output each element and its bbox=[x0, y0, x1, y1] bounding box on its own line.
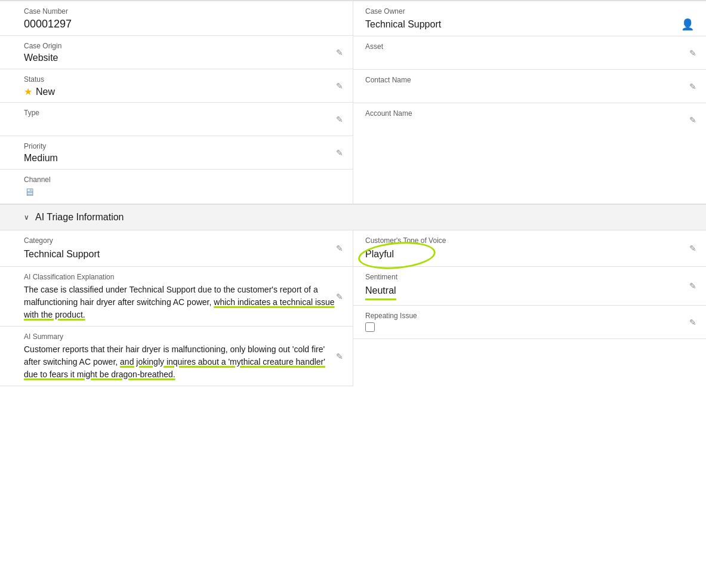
tone-edit-icon[interactable]: ✎ bbox=[689, 244, 696, 253]
category-edit-icon[interactable]: ✎ bbox=[336, 244, 343, 253]
ai-summary-value: Customer reports that their hair dryer i… bbox=[24, 343, 341, 381]
category-field: Category Technical Support ✎ bbox=[0, 230, 353, 267]
ai-classification-field: AI Classification Explanation The case i… bbox=[0, 267, 353, 327]
main-section: Case Number 00001297 Case Origin Website… bbox=[0, 1, 706, 204]
status-value: New bbox=[36, 87, 55, 97]
ai-classification-label: AI Classification Explanation bbox=[24, 273, 341, 281]
case-number-value: 00001297 bbox=[24, 18, 341, 30]
case-owner-person-icon: 👤 bbox=[681, 18, 694, 31]
case-number-field: Case Number 00001297 bbox=[0, 1, 353, 36]
account-name-edit-icon[interactable]: ✎ bbox=[689, 115, 696, 125]
case-owner-label: Case Owner bbox=[365, 7, 694, 16]
status-edit-icon[interactable]: ✎ bbox=[336, 81, 343, 91]
repeating-issue-edit-icon[interactable]: ✎ bbox=[689, 318, 696, 327]
ai-triage-chevron-icon: ∨ bbox=[24, 213, 29, 221]
case-origin-field: Case Origin Website ✎ bbox=[0, 36, 353, 69]
ai-classification-value: The case is classified under Technical S… bbox=[24, 284, 341, 321]
sentiment-edit-icon[interactable]: ✎ bbox=[689, 281, 696, 291]
priority-value: Medium bbox=[24, 153, 341, 164]
contact-name-edit-icon[interactable]: ✎ bbox=[689, 82, 696, 91]
sentiment-label: Sentiment bbox=[365, 273, 694, 281]
ai-left-column: Category Technical Support ✎ AI Classifi… bbox=[0, 230, 353, 386]
type-edit-icon[interactable]: ✎ bbox=[336, 115, 343, 124]
priority-label: Priority bbox=[24, 142, 341, 150]
repeating-issue-checkbox[interactable] bbox=[365, 322, 375, 332]
tone-of-voice-field: Customer's Tone of Voice Playful ✎ bbox=[353, 230, 706, 267]
page: Case Number 00001297 Case Origin Website… bbox=[0, 0, 706, 588]
contact-name-label: Contact Name bbox=[365, 76, 694, 84]
case-owner-field: Case Owner Technical Support 👤 bbox=[353, 1, 706, 36]
category-label: Category bbox=[24, 236, 341, 245]
case-number-label: Case Number bbox=[24, 7, 341, 16]
repeating-issue-field: Repeating Issue ✎ bbox=[353, 306, 706, 339]
ai-right-column: Customer's Tone of Voice Playful ✎ Senti… bbox=[353, 230, 706, 386]
ai-triage-section: Category Technical Support ✎ AI Classifi… bbox=[0, 230, 706, 386]
category-value: Technical Support bbox=[24, 247, 341, 261]
case-origin-edit-icon[interactable]: ✎ bbox=[336, 48, 343, 57]
ai-triage-title: AI Triage Information bbox=[35, 212, 124, 223]
repeating-issue-label: Repeating Issue bbox=[365, 312, 694, 320]
sentiment-field: Sentiment Neutral ✎ bbox=[353, 267, 706, 306]
ai-triage-header[interactable]: ∨ AI Triage Information bbox=[0, 204, 706, 230]
tone-of-voice-label: Customer's Tone of Voice bbox=[365, 236, 694, 245]
type-label: Type bbox=[24, 109, 341, 117]
account-name-field: Account Name ✎ bbox=[353, 103, 706, 137]
ai-summary-edit-icon[interactable]: ✎ bbox=[336, 352, 343, 361]
ai-summary-field: AI Summary Customer reports that their h… bbox=[0, 327, 353, 386]
right-column: Case Owner Technical Support 👤 Asset ✎ C… bbox=[353, 1, 706, 204]
sentiment-value-text: Neutral bbox=[365, 284, 396, 300]
ai-summary-label: AI Summary bbox=[24, 333, 341, 341]
channel-monitor-icon: 🖥 bbox=[24, 186, 341, 199]
channel-label: Channel bbox=[24, 176, 341, 184]
case-owner-value: Technical Support bbox=[365, 19, 441, 30]
priority-edit-icon[interactable]: ✎ bbox=[336, 148, 343, 158]
asset-label: Asset bbox=[365, 42, 694, 51]
status-field: Status ★ New ✎ bbox=[0, 69, 353, 103]
case-owner-row: Technical Support 👤 bbox=[365, 18, 694, 31]
status-label: Status bbox=[24, 75, 341, 84]
account-name-label: Account Name bbox=[365, 109, 694, 118]
priority-field: Priority Medium ✎ bbox=[0, 136, 353, 170]
tone-of-voice-value: Playful bbox=[365, 247, 694, 261]
playful-value: Playful bbox=[365, 249, 394, 259]
contact-name-field: Contact Name ✎ bbox=[353, 70, 706, 103]
type-field: Type ✎ bbox=[0, 103, 353, 136]
asset-field: Asset ✎ bbox=[353, 36, 706, 70]
status-row: ★ New bbox=[24, 86, 341, 97]
channel-field: Channel 🖥 bbox=[0, 170, 353, 204]
asset-edit-icon[interactable]: ✎ bbox=[689, 48, 696, 58]
sentiment-value: Neutral bbox=[365, 284, 694, 300]
repeating-issue-checkbox-area bbox=[365, 322, 694, 332]
left-column: Case Number 00001297 Case Origin Website… bbox=[0, 1, 353, 204]
status-star-icon: ★ bbox=[24, 86, 32, 97]
case-origin-label: Case Origin bbox=[24, 42, 341, 50]
case-origin-value: Website bbox=[24, 53, 341, 63]
ai-classification-edit-icon[interactable]: ✎ bbox=[336, 292, 343, 301]
playful-wrapper: Playful bbox=[365, 247, 394, 261]
